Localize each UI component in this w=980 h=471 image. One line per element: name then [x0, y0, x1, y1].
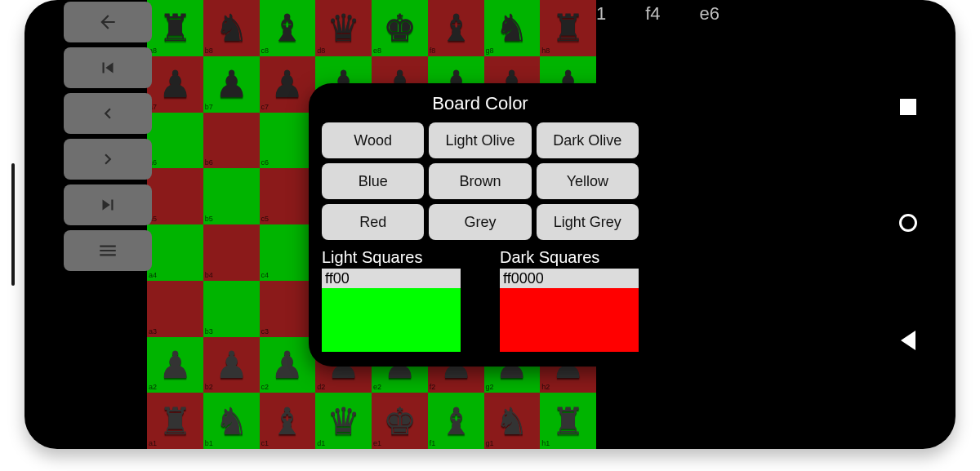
square-coord: c6: [261, 159, 270, 167]
board-square[interactable]: b8♞: [203, 0, 260, 56]
status-move-black: e6: [700, 3, 719, 24]
board-square[interactable]: b4: [203, 224, 260, 281]
board-square[interactable]: c3: [260, 281, 316, 337]
square-coord: h8: [541, 47, 550, 55]
system-home-icon[interactable]: [899, 214, 917, 232]
chess-piece[interactable]: ♞: [495, 9, 528, 47]
board-square[interactable]: c8♝: [260, 0, 316, 56]
board-square[interactable]: a4: [147, 224, 203, 281]
board-square[interactable]: c7♟: [260, 56, 316, 113]
board-square[interactable]: d1♛: [315, 393, 372, 449]
board-square[interactable]: b6: [203, 113, 260, 169]
chess-piece[interactable]: ♞: [215, 9, 248, 47]
color-preset-button[interactable]: Yellow: [537, 163, 639, 199]
chess-piece[interactable]: ♟: [270, 346, 304, 384]
chevron-right-icon: [97, 149, 118, 170]
system-back-icon[interactable]: [901, 331, 915, 350]
nav-back-button[interactable]: [64, 2, 152, 42]
chess-piece[interactable]: ♛: [327, 402, 360, 440]
board-square[interactable]: f1♝: [428, 393, 484, 449]
color-preset-button[interactable]: Light Grey: [537, 204, 639, 240]
board-square[interactable]: b5: [203, 168, 260, 224]
chess-piece[interactable]: ♞: [495, 402, 528, 440]
nav-prev-button[interactable]: [64, 93, 152, 134]
chess-piece[interactable]: ♜: [158, 9, 192, 47]
board-square[interactable]: c6: [260, 113, 316, 169]
square-coord: b4: [205, 272, 213, 279]
chess-piece[interactable]: ♜: [551, 402, 585, 440]
dark-squares-input[interactable]: ff0000: [500, 269, 639, 288]
nav-first-button[interactable]: [64, 47, 152, 88]
status-move-white: f4: [645, 3, 660, 24]
board-square[interactable]: c4: [260, 224, 316, 281]
color-preset-button[interactable]: Red: [322, 204, 424, 240]
chess-piece[interactable]: ♝: [439, 402, 473, 440]
chess-piece[interactable]: ♝: [439, 9, 473, 47]
board-square[interactable]: h8♜: [540, 0, 596, 56]
light-squares-input[interactable]: ff00: [322, 269, 461, 288]
board-square[interactable]: a6: [147, 113, 203, 169]
nav-last-button[interactable]: [64, 184, 152, 225]
nav-menu-button[interactable]: [64, 230, 152, 271]
board-square[interactable]: h1♜: [540, 393, 596, 449]
square-coord: h1: [541, 440, 550, 447]
color-preset-button[interactable]: Brown: [429, 163, 531, 199]
square-coord: f1: [430, 440, 436, 447]
color-preset-button[interactable]: Light Olive: [429, 122, 531, 158]
light-squares-preview[interactable]: [322, 288, 461, 352]
board-square[interactable]: c5: [260, 168, 316, 224]
chess-piece[interactable]: ♟: [158, 346, 192, 384]
board-square[interactable]: d8♛: [315, 0, 372, 56]
chess-piece[interactable]: ♛: [327, 9, 360, 47]
system-overview-icon[interactable]: [900, 99, 916, 115]
board-square[interactable]: a8♜: [147, 0, 203, 56]
arrow-left-icon: [97, 11, 118, 33]
board-square[interactable]: e8♚: [372, 0, 428, 56]
board-square[interactable]: b7♟: [203, 56, 260, 113]
board-square[interactable]: f8♝: [428, 0, 484, 56]
color-preset-button[interactable]: Wood: [322, 122, 424, 158]
board-square[interactable]: g8♞: [484, 0, 541, 56]
square-coord: a2: [149, 384, 157, 391]
square-coord: f2: [430, 384, 436, 391]
board-square[interactable]: e1♚: [372, 393, 428, 449]
square-coord: a3: [149, 328, 157, 335]
board-square[interactable]: b3: [203, 281, 260, 337]
board-square[interactable]: a2♟: [147, 337, 203, 393]
board-square[interactable]: a5: [147, 168, 203, 224]
square-coord: c7: [261, 104, 270, 111]
chess-piece[interactable]: ♚: [383, 9, 416, 47]
color-preset-button[interactable]: Dark Olive: [537, 122, 639, 158]
chess-piece[interactable]: ♞: [215, 402, 248, 440]
chess-piece[interactable]: ♟: [270, 65, 304, 103]
chess-piece[interactable]: ♟: [215, 65, 248, 103]
chess-piece[interactable]: ♝: [270, 9, 304, 47]
square-coord: a4: [149, 272, 157, 279]
square-coord: c2: [261, 384, 270, 391]
board-square[interactable]: c1♝: [260, 393, 316, 449]
board-square[interactable]: a7♟: [147, 56, 203, 113]
board-square[interactable]: b1♞: [203, 393, 260, 449]
square-coord: c3: [261, 328, 270, 335]
chess-piece[interactable]: ♜: [158, 402, 192, 440]
dark-squares-preview[interactable]: [500, 288, 639, 352]
square-coord: b5: [205, 216, 213, 223]
chess-piece[interactable]: ♟: [158, 65, 192, 103]
board-square[interactable]: g1♞: [484, 393, 541, 449]
chess-piece[interactable]: ♚: [383, 402, 416, 440]
nav-next-button[interactable]: [64, 139, 152, 180]
board-square[interactable]: a3: [147, 281, 203, 337]
square-coord: g2: [486, 384, 494, 391]
square-coord: d2: [317, 384, 325, 391]
board-color-dialog: Board Color WoodLight OliveDark OliveBlu…: [309, 83, 652, 367]
square-coord: d1: [317, 440, 325, 447]
chess-piece[interactable]: ♜: [551, 9, 585, 47]
chess-piece[interactable]: ♝: [270, 402, 304, 440]
color-preset-button[interactable]: Blue: [322, 163, 424, 199]
board-square[interactable]: b2♟: [203, 337, 260, 393]
device-side-button: [11, 163, 15, 286]
chess-piece[interactable]: ♟: [215, 346, 248, 384]
color-preset-button[interactable]: Grey: [429, 204, 531, 240]
board-square[interactable]: c2♟: [260, 337, 316, 393]
board-square[interactable]: a1♜: [147, 393, 203, 449]
